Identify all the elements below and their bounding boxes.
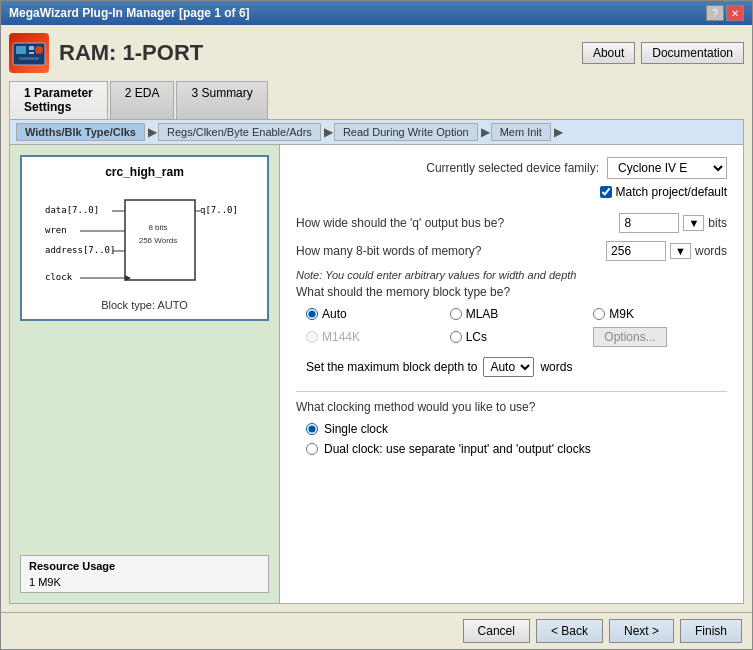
help-button[interactable]: ? (706, 5, 724, 21)
radio-lcs-input[interactable] (450, 331, 462, 343)
header-row: RAM: 1-PORT About Documentation (9, 33, 744, 73)
width-input-group: ▼ bits (619, 213, 727, 233)
svg-point-4 (35, 46, 43, 54)
depth-dropdown[interactable]: ▼ (670, 243, 691, 259)
circuit-diagram: data[7..0] wren address[7..0] clock (40, 185, 250, 295)
width-input[interactable] (619, 213, 679, 233)
close-button[interactable]: ✕ (726, 5, 744, 21)
options-button[interactable]: Options... (593, 327, 666, 347)
radio-mlab-label: MLAB (466, 307, 499, 321)
finish-button[interactable]: Finish (680, 619, 742, 643)
max-depth-row: Set the maximum block depth to Auto word… (296, 357, 727, 377)
svg-text:data[7..0]: data[7..0] (45, 205, 99, 215)
svg-text:8 bits: 8 bits (148, 223, 167, 232)
clock-dual-label: Dual clock: use separate 'input' and 'ou… (324, 442, 591, 456)
resource-title: Resource Usage (29, 560, 260, 572)
match-checkbox-label: Match project/default (616, 185, 727, 199)
max-depth-label: Set the maximum block depth to (306, 360, 477, 374)
svg-rect-5 (19, 57, 39, 60)
divider (296, 391, 727, 392)
match-checkbox-row: Match project/default (296, 185, 727, 199)
depth-unit: words (695, 244, 727, 258)
note-text: Note: You could enter arbitrary values f… (296, 269, 727, 281)
depth-input[interactable] (606, 241, 666, 261)
clocking-label: What clocking method would you like to u… (296, 400, 727, 414)
svg-rect-1 (16, 46, 26, 54)
width-dropdown[interactable]: ▼ (683, 215, 704, 231)
breadcrumb-arrow-4: ▶ (554, 125, 563, 139)
diagram-box: crc_high_ram data[7..0] wren address[7. (20, 155, 269, 321)
app-icon (9, 33, 49, 73)
block-type-section-label: What should the memory block type be? (296, 285, 727, 299)
svg-text:q[7..0]: q[7..0] (200, 205, 238, 215)
radio-auto-label: Auto (322, 307, 347, 321)
documentation-button[interactable]: Documentation (641, 42, 744, 64)
breadcrumb-regs[interactable]: Regs/Clken/Byte Enable/Adrs (158, 123, 321, 141)
device-family-select[interactable]: Cyclone IV E (607, 157, 727, 179)
tab2-number: 2 (125, 86, 135, 100)
block-type-radio-group: Auto MLAB M9K M144K (296, 307, 727, 347)
tab-parameter-settings[interactable]: 1 ParameterSettings (9, 81, 108, 119)
device-family-row: Currently selected device family: Cyclon… (296, 157, 727, 179)
radio-mlab-input[interactable] (450, 308, 462, 320)
svg-text:address[7..0]: address[7..0] (45, 245, 115, 255)
svg-text:clock: clock (45, 272, 73, 282)
radio-lcs: LCs (450, 327, 584, 347)
diagram-title: crc_high_ram (30, 165, 259, 179)
back-button[interactable]: < Back (536, 619, 603, 643)
max-depth-select[interactable]: Auto (483, 357, 534, 377)
main-body: crc_high_ram data[7..0] wren address[7. (10, 145, 743, 603)
clock-single-label: Single clock (324, 422, 388, 436)
depth-label: How many 8-bit words of memory? (296, 244, 481, 258)
radio-m144k-input[interactable] (306, 331, 318, 343)
bottom-bar: Cancel < Back Next > Finish (1, 612, 752, 649)
radio-m9k-input[interactable] (593, 308, 605, 320)
options-btn-cell: Options... (593, 327, 727, 347)
breadcrumb-bar: Widths/Blk Type/Clks ▶ Regs/Clken/Byte E… (10, 120, 743, 145)
radio-lcs-label: LCs (466, 330, 487, 344)
title-bar-buttons: ? ✕ (706, 5, 744, 21)
depth-group: How many 8-bit words of memory? ▼ words (296, 241, 727, 261)
tab-summary[interactable]: 3 Summary (176, 81, 267, 119)
main-window: MegaWizard Plug-In Manager [page 1 of 6]… (0, 0, 753, 650)
radio-m144k-label: M144K (322, 330, 360, 344)
about-button[interactable]: About (582, 42, 635, 64)
resource-value: 1 M9K (29, 576, 260, 588)
tab3-number: 3 (191, 86, 201, 100)
title-bar: MegaWizard Plug-In Manager [page 1 of 6]… (1, 1, 752, 25)
right-panel: Currently selected device family: Cyclon… (280, 145, 743, 603)
svg-text:wren: wren (45, 225, 67, 235)
breadcrumb-widths[interactable]: Widths/Blk Type/Clks (16, 123, 145, 141)
breadcrumb-mem-init[interactable]: Mem Init (491, 123, 551, 141)
resource-box: Resource Usage 1 M9K (20, 555, 269, 593)
content-area: RAM: 1-PORT About Documentation 1 Parame… (1, 25, 752, 612)
device-family-label: Currently selected device family: (426, 161, 599, 175)
match-checkbox[interactable] (600, 186, 612, 198)
window-title: MegaWizard Plug-In Manager [page 1 of 6] (9, 6, 250, 20)
depth-input-group: ▼ words (606, 241, 727, 261)
cancel-button[interactable]: Cancel (463, 619, 530, 643)
header-buttons: About Documentation (582, 42, 744, 64)
width-label: How wide should the 'q' output bus be? (296, 216, 504, 230)
clock-single-radio[interactable] (306, 423, 318, 435)
tabs-row: 1 ParameterSettings 2 EDA 3 Summary (9, 81, 744, 119)
diagram-inner: data[7..0] wren address[7..0] clock (30, 185, 259, 295)
width-group: How wide should the 'q' output bus be? ▼… (296, 213, 727, 233)
next-button[interactable]: Next > (609, 619, 674, 643)
clock-dual-radio[interactable] (306, 443, 318, 455)
svg-text:256 Words: 256 Words (138, 236, 177, 245)
breadcrumb-arrow-2: ▶ (324, 125, 333, 139)
breadcrumb-read-during[interactable]: Read During Write Option (334, 123, 478, 141)
max-depth-unit: words (540, 360, 572, 374)
radio-m144k: M144K (306, 327, 440, 347)
radio-m9k-label: M9K (609, 307, 634, 321)
svg-rect-3 (29, 52, 34, 54)
svg-rect-2 (29, 46, 34, 50)
app-title-area: RAM: 1-PORT (9, 33, 203, 73)
width-unit: bits (708, 216, 727, 230)
radio-auto: Auto (306, 307, 440, 321)
radio-auto-input[interactable] (306, 308, 318, 320)
clock-single-option: Single clock (296, 422, 727, 436)
tab-eda[interactable]: 2 EDA (110, 81, 175, 119)
app-title: RAM: 1-PORT (59, 40, 203, 66)
